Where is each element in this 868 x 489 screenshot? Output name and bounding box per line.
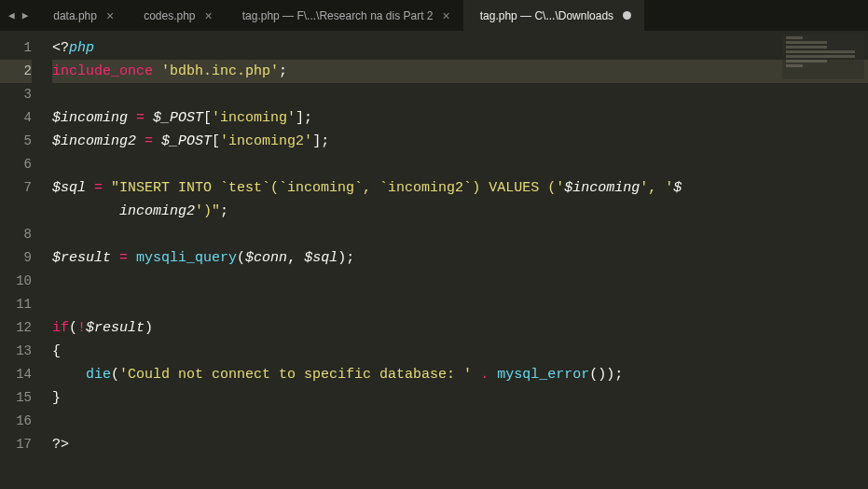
token: $incoming bbox=[564, 180, 640, 196]
token: ')" bbox=[195, 203, 220, 219]
token bbox=[86, 180, 94, 196]
line-number: 14 bbox=[0, 363, 32, 386]
token: 'incoming2' bbox=[220, 133, 312, 149]
line-number: 10 bbox=[0, 270, 32, 293]
tab-1[interactable]: codes.php× bbox=[127, 0, 226, 31]
tab-label: codes.php bbox=[144, 9, 195, 22]
code-line[interactable]: $sql = "INSERT INTO `test`(`incoming`, `… bbox=[52, 176, 868, 200]
token: $sql bbox=[52, 180, 86, 196]
line-number: 1 bbox=[0, 36, 32, 60]
dirty-indicator-icon bbox=[623, 11, 631, 20]
token: ); bbox=[338, 250, 354, 266]
token: "INSERT INTO `test`(`incoming`, `incomin… bbox=[111, 180, 564, 196]
token: incoming2 bbox=[119, 203, 195, 219]
line-number: 15 bbox=[0, 386, 32, 410]
tab-2[interactable]: tag.php — F\...\Research na dis Part 2× bbox=[226, 0, 463, 31]
token: 'incoming' bbox=[212, 110, 296, 126]
token: include_once bbox=[52, 63, 153, 79]
code-line[interactable]: { bbox=[52, 340, 868, 363]
token: $ bbox=[673, 180, 682, 196]
code-line[interactable]: $result = mysqli_query($conn, $sql); bbox=[52, 246, 868, 270]
line-number: 7 bbox=[0, 176, 32, 200]
token: ?> bbox=[52, 437, 69, 453]
token: [ bbox=[203, 110, 212, 126]
line-number: 6 bbox=[0, 153, 32, 176]
tab-label: tag.php — C\...\Downloads bbox=[480, 9, 613, 22]
code-line[interactable] bbox=[52, 223, 868, 246]
code-line[interactable]: die('Could not connect to specific datab… bbox=[52, 363, 868, 386]
tab-label: data.php bbox=[53, 9, 97, 22]
token: ]; bbox=[296, 110, 312, 126]
line-number: 13 bbox=[0, 340, 32, 363]
token: $_POST bbox=[153, 110, 203, 126]
code-line[interactable]: } bbox=[52, 386, 868, 410]
token bbox=[128, 110, 136, 126]
token bbox=[52, 203, 119, 219]
token: , bbox=[287, 250, 304, 266]
token: <? bbox=[52, 40, 69, 56]
line-number bbox=[0, 200, 32, 223]
token: [ bbox=[212, 133, 220, 149]
minimap[interactable] bbox=[782, 35, 864, 79]
code-line[interactable] bbox=[52, 270, 868, 293]
code-line[interactable]: <?php bbox=[52, 36, 868, 60]
line-number: 17 bbox=[0, 433, 32, 456]
line-number: 5 bbox=[0, 130, 32, 153]
token bbox=[472, 367, 480, 383]
token bbox=[153, 133, 161, 149]
token: ; bbox=[220, 203, 228, 219]
token: $result bbox=[52, 250, 111, 266]
token: ! bbox=[77, 320, 86, 336]
token: ) bbox=[145, 320, 153, 336]
token: $result bbox=[86, 320, 145, 336]
editor-window: ◀ ▶ data.php×codes.php×tag.php — F\...\R… bbox=[0, 0, 868, 489]
token: $incoming bbox=[52, 110, 128, 126]
token bbox=[103, 180, 111, 196]
token: 'Could not connect to specific database:… bbox=[119, 367, 472, 383]
token: . bbox=[480, 367, 489, 383]
line-number: 12 bbox=[0, 316, 32, 340]
code-line[interactable] bbox=[52, 293, 868, 316]
token bbox=[489, 367, 497, 383]
token: = bbox=[94, 180, 103, 196]
line-number: 11 bbox=[0, 293, 32, 316]
token: ( bbox=[111, 367, 119, 383]
token: die bbox=[86, 367, 111, 383]
token bbox=[111, 250, 119, 266]
token: = bbox=[119, 250, 128, 266]
line-number: 3 bbox=[0, 83, 32, 106]
close-icon[interactable]: × bbox=[106, 9, 114, 22]
token bbox=[128, 250, 136, 266]
token bbox=[145, 110, 153, 126]
token: ; bbox=[279, 63, 287, 79]
token: { bbox=[52, 343, 61, 359]
code-line[interactable] bbox=[52, 153, 868, 176]
code-line[interactable]: incoming2')"; bbox=[52, 200, 868, 223]
code-area[interactable]: <?phpinclude_once 'bdbh.inc.php';$incomi… bbox=[45, 31, 868, 489]
code-line[interactable]: include_once 'bdbh.inc.php'; bbox=[52, 60, 868, 83]
tab-3[interactable]: tag.php — C\...\Downloads bbox=[463, 0, 644, 31]
code-line[interactable]: if(!$result) bbox=[52, 316, 868, 340]
token: $conn bbox=[245, 250, 287, 266]
nav-forward-icon[interactable]: ▶ bbox=[20, 9, 32, 21]
token: ( bbox=[69, 320, 77, 336]
code-line[interactable] bbox=[52, 83, 868, 106]
token: ]; bbox=[312, 133, 329, 149]
code-line[interactable]: ?> bbox=[52, 433, 868, 456]
token: mysqli_query bbox=[136, 250, 237, 266]
token: if bbox=[52, 320, 69, 336]
code-line[interactable]: $incoming = $_POST['incoming']; bbox=[52, 106, 868, 130]
code-line[interactable]: $incoming2 = $_POST['incoming2']; bbox=[52, 130, 868, 153]
editor-body[interactable]: 1234567891011121314151617 <?phpinclude_o… bbox=[0, 31, 868, 489]
line-number: 8 bbox=[0, 223, 32, 246]
nav-back-icon[interactable]: ◀ bbox=[6, 9, 18, 21]
close-icon[interactable]: × bbox=[205, 9, 213, 22]
tab-label: tag.php — F\...\Research na dis Part 2 bbox=[242, 9, 434, 22]
line-number: 4 bbox=[0, 106, 32, 130]
tab-0[interactable]: data.php× bbox=[36, 0, 127, 31]
line-number-gutter: 1234567891011121314151617 bbox=[0, 31, 45, 489]
code-line[interactable] bbox=[52, 410, 868, 433]
token: mysql_error bbox=[497, 367, 589, 383]
tab-bar: ◀ ▶ data.php×codes.php×tag.php — F\...\R… bbox=[0, 0, 868, 31]
close-icon[interactable]: × bbox=[443, 9, 450, 22]
